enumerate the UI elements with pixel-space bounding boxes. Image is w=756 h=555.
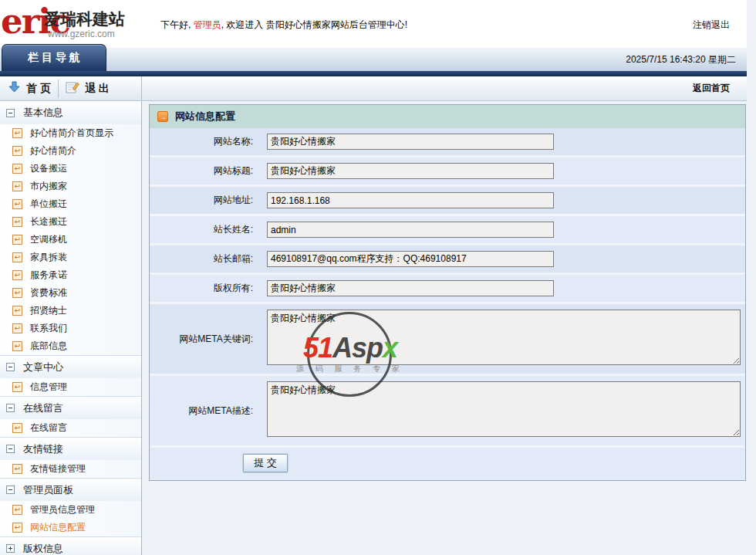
bullet-icon [12,235,22,245]
sidebar-section-online-message[interactable]: 在线留言 [0,396,141,419]
sidebar-item-friend-links-management[interactable]: 友情链接管理 [0,460,141,478]
sidebar-item-intro-homepage[interactable]: 好心情简介首页显示 [0,124,141,142]
form-row-meta-keywords: 网站META关键词: 贵阳好心情搬家 [150,304,745,376]
collapse-icon[interactable] [6,486,15,494]
sidebar-item-intro[interactable]: 好心情简介 [0,142,141,160]
sidebar-item-online-message[interactable]: 在线留言 [0,419,141,437]
sidebar-item-label: 服务承诺 [30,269,67,282]
submit-row: 提 交 [150,448,745,480]
home-button[interactable]: 首 页 [0,76,58,100]
sidebar-item-city-moving[interactable]: 市内搬家 [0,178,141,195]
sidebar-item-info-management[interactable]: 信息管理 [0,378,141,396]
bullet-icon [12,306,22,316]
sidebar-item-label: 在线留言 [30,421,67,435]
submit-button[interactable]: 提 交 [243,454,288,472]
form-row-copyright: 版权所有: [150,275,745,304]
greeting-text: 下午好, 管理员, 欢迎进入 贵阳好心情搬家网站后台管理中心! [160,19,407,32]
field-label: 网站名称: [150,135,258,148]
field-label: 网站地址: [150,194,258,207]
collapse-icon[interactable] [6,445,15,453]
content-area: → 网站信息配置 网站名称: 网站标题: 网站地址: 站长姓名: [142,101,747,555]
collapse-icon[interactable] [6,404,15,412]
bullet-icon [12,199,22,209]
bullet-icon [12,341,22,351]
sidebar-section-friend-links[interactable]: 友情链接 [0,437,141,460]
sidebar-item-furniture[interactable]: 家具拆装 [0,249,141,266]
sidebar-section-label: 基本信息 [23,106,63,120]
sidebar-item-label: 友情链接管理 [30,462,86,475]
bullet-icon [12,464,22,474]
back-home-link[interactable]: 返回首页 [693,82,747,95]
field-label: 站长姓名: [150,223,258,236]
exit-button[interactable]: 退 出 [59,76,116,100]
logo-website-url: www.gzeric.com [48,29,115,39]
copyright-input[interactable] [267,280,554,296]
bullet-icon [12,288,22,298]
bullet-icon [12,523,22,533]
sidebar-section-label: 管理员面板 [23,483,73,497]
sidebar-section-admin-panel[interactable]: 管理员面板 [0,478,141,501]
sidebar-item-label: 资费标准 [30,286,67,299]
sidebar-item-label: 长途搬迁 [30,215,67,228]
bullet-icon [12,270,22,280]
logout-link[interactable]: 注销退出 [693,19,730,32]
sidebar-item-long-distance[interactable]: 长途搬迁 [0,213,141,231]
sidebar-section-copyright-info[interactable]: 版权信息 [0,536,141,555]
field-label: 版权所有: [150,282,258,295]
meta-description-textarea[interactable]: 贵阳好心情搬家 [267,381,741,437]
site-url-input[interactable] [267,192,554,208]
sidebar-item-footer-info[interactable]: 底部信息 [0,337,141,355]
toolbar: 首 页 退 出 返回首页 [0,76,747,101]
sidebar-item-service-promise[interactable]: 服务承诺 [0,266,141,284]
sidebar-item-label: 联系我们 [30,322,67,335]
site-name-input[interactable] [267,134,554,150]
bullet-icon [12,505,22,515]
sidebar-item-ac-relocation[interactable]: 空调移机 [0,231,141,249]
sidebar-item-label: 信息管理 [30,381,67,394]
bullet-icon [12,252,22,262]
sidebar-item-recruitment[interactable]: 招贤纳士 [0,302,141,320]
header: eric 爱瑞科建站 www.gzeric.com 下午好, 管理员, 欢迎进入… [0,0,747,48]
form-row-meta-description: 网站META描述: 贵阳好心情搬家 [150,376,745,448]
sidebar-section-label: 在线留言 [23,401,63,415]
bullet-icon [12,164,22,174]
sidebar-item-equipment-moving[interactable]: 设备搬运 [0,160,141,178]
sidebar-section-basic-info[interactable]: 基本信息 [0,101,141,124]
main-area: 基本信息 好心情简介首页显示 好心情简介 设备搬运 市内搬家 单位搬迁 长途搬迁… [0,101,747,555]
navy-divider-bar [0,71,747,76]
bullet-icon [12,217,22,227]
site-title-input[interactable] [267,163,554,179]
sidebar-item-contact-us[interactable]: 联系我们 [0,320,141,337]
greeting-suffix: , 欢迎进入 贵阳好心情搬家网站后台管理中心! [221,19,407,30]
bullet-icon [12,146,22,156]
expand-icon[interactable] [6,544,15,553]
sidebar-item-admin-info-management[interactable]: 管理员信息管理 [0,501,141,519]
panel-header: → 网站信息配置 [150,105,745,128]
sidebar-item-label: 好心情简介首页显示 [30,127,113,140]
sidebar-item-label: 空调移机 [30,233,67,246]
sidebar-item-office-relocation[interactable]: 单位搬迁 [0,195,141,213]
sidebar-section-label: 版权信息 [23,542,63,555]
sidebar-item-label: 招贤纳士 [30,304,67,317]
tab-column-navigation[interactable]: 栏 目 导 航 [2,44,106,71]
sidebar-item-label: 网站信息配置 [30,521,86,534]
sidebar-item-price-standard[interactable]: 资费标准 [0,284,141,302]
home-icon [7,81,22,96]
panel-title: 网站信息配置 [175,110,235,124]
bullet-icon [12,382,22,392]
bullet-icon [12,423,22,433]
sidebar: 基本信息 好心情简介首页显示 好心情简介 设备搬运 市内搬家 单位搬迁 长途搬迁… [0,101,142,555]
sidebar-item-label: 市内搬家 [30,180,67,193]
arrow-right-icon: → [157,111,168,122]
sidebar-section-article-center[interactable]: 文章中心 [0,355,141,378]
form-row-site-title: 网站标题: [150,157,745,187]
field-label: 网站标题: [150,164,258,178]
admin-name-input[interactable] [267,222,554,238]
greeting-username: 管理员 [194,19,221,30]
collapse-icon[interactable] [6,109,15,117]
admin-email-input[interactable] [267,251,554,267]
meta-keywords-textarea[interactable]: 贵阳好心情搬家 [267,310,741,365]
sidebar-item-site-config[interactable]: 网站信息配置 [0,519,141,536]
collapse-icon[interactable] [6,363,15,371]
sidebar-item-label: 家具拆装 [30,251,67,264]
